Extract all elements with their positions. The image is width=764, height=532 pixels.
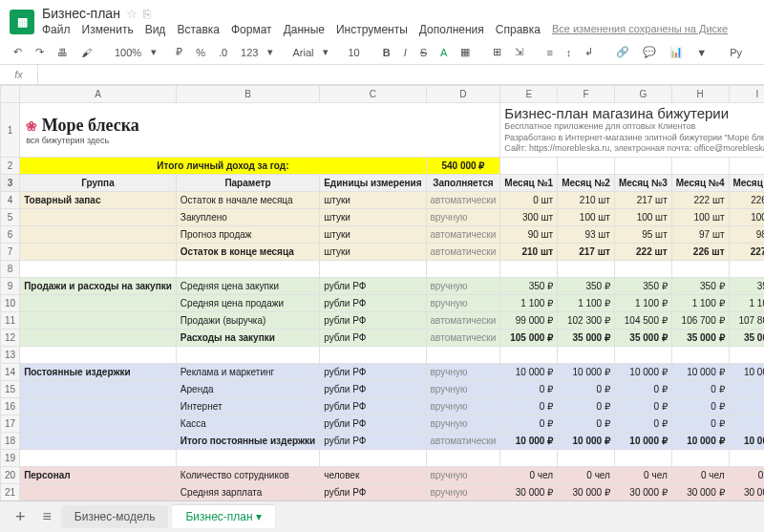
value[interactable]: 30 000 ₽	[729, 484, 764, 501]
value[interactable]: 226 шт	[729, 192, 764, 209]
value[interactable]: 100 шт	[614, 209, 671, 226]
hdr-fill[interactable]: Заполняется	[426, 175, 500, 192]
row-header[interactable]: 1	[1, 103, 20, 158]
row-header[interactable]: 2	[1, 158, 20, 175]
hdr-month[interactable]: Месяц №1	[500, 175, 558, 192]
value[interactable]: 0 ₽	[729, 415, 764, 433]
zoom-select[interactable]: 100%	[111, 45, 145, 60]
group-name[interactable]: Товарный запас	[20, 192, 177, 209]
fill[interactable]: вручную	[426, 415, 500, 433]
value[interactable]: 1 100 ₽	[671, 295, 729, 312]
value[interactable]: 30 000 ₽	[558, 484, 615, 501]
row-header[interactable]: 21	[1, 484, 20, 501]
param[interactable]: Аренда	[176, 381, 319, 398]
menu-Вид[interactable]: Вид	[145, 23, 166, 36]
row-header[interactable]: 10	[1, 295, 20, 312]
value[interactable]: 210 шт	[500, 244, 558, 261]
cell[interactable]	[20, 347, 177, 364]
value[interactable]: 99 000 ₽	[500, 312, 558, 330]
unit[interactable]: рубли РФ	[320, 415, 426, 433]
value[interactable]: 1 100 ₽	[614, 295, 671, 312]
group-name[interactable]	[20, 295, 177, 312]
percent-button[interactable]: %	[192, 45, 209, 60]
value[interactable]: 350 ₽	[614, 278, 671, 295]
value[interactable]: 350 ₽	[558, 278, 615, 295]
group-name[interactable]	[20, 209, 177, 226]
value[interactable]: 226 шт	[671, 244, 729, 261]
income-value[interactable]: 540 000 ₽	[426, 158, 500, 175]
value[interactable]: 0 ₽	[671, 398, 729, 415]
fill[interactable]: автоматически	[426, 226, 500, 244]
value[interactable]: 0 чел	[729, 467, 764, 484]
col-header[interactable]: I	[729, 86, 764, 103]
cell[interactable]	[558, 158, 615, 175]
param[interactable]: Прогноз продаж	[176, 226, 319, 244]
value[interactable]: 30 000 ₽	[500, 484, 558, 501]
fill[interactable]: автоматически	[426, 330, 500, 347]
brand-logo[interactable]: ❀ Море блескався бижутерия здесь	[20, 103, 500, 158]
row-header[interactable]: 13	[1, 347, 20, 364]
cell[interactable]	[426, 347, 500, 364]
value[interactable]: 10 000 ₽	[729, 364, 764, 381]
value[interactable]: 104 500 ₽	[614, 312, 671, 330]
cell[interactable]	[426, 261, 500, 278]
value[interactable]: 0 ₽	[558, 381, 615, 398]
merge-button[interactable]: ⇲	[511, 44, 527, 60]
row-header[interactable]: 20	[1, 467, 20, 484]
strike-button[interactable]: S	[416, 45, 431, 60]
fill[interactable]: вручную	[426, 381, 500, 398]
value[interactable]: 10 000 ₽	[614, 433, 671, 450]
hdr-month[interactable]: Месяц №3	[614, 175, 671, 192]
row-header[interactable]: 17	[1, 415, 20, 433]
value[interactable]: 0 ₽	[729, 381, 764, 398]
col-header[interactable]: G	[614, 86, 671, 103]
value[interactable]: 10 000 ₽	[558, 433, 615, 450]
halign-button[interactable]: ≡	[542, 45, 556, 60]
fill[interactable]: автоматически	[426, 244, 500, 261]
folder-icon[interactable]: ⎘	[143, 7, 151, 21]
unit[interactable]: штуки	[320, 192, 426, 209]
hdr-param[interactable]: Параметр	[176, 175, 319, 192]
cell[interactable]	[729, 450, 764, 467]
cell[interactable]	[558, 347, 615, 364]
value[interactable]: 0 ₽	[500, 398, 558, 415]
param[interactable]: Остаток в конце месяца	[176, 244, 319, 261]
value[interactable]: 30 000 ₽	[671, 484, 729, 501]
value[interactable]: 210 шт	[558, 192, 615, 209]
menu-Справка[interactable]: Справка	[496, 23, 541, 36]
hdr-month[interactable]: Месяц №4	[671, 175, 729, 192]
bp-title-cell[interactable]: Бизнес-план магазина бижутерииБесплатное…	[500, 103, 764, 158]
text-color-button[interactable]: A	[436, 45, 451, 60]
param[interactable]: Интернет	[176, 398, 319, 415]
group-name[interactable]	[20, 226, 177, 244]
row-header[interactable]: 11	[1, 312, 20, 330]
value[interactable]: 0 ₽	[671, 415, 729, 433]
cell[interactable]	[320, 261, 426, 278]
unit[interactable]: рубли РФ	[320, 295, 426, 312]
filter-button[interactable]: ▼	[692, 45, 711, 60]
row-header[interactable]: 6	[1, 226, 20, 244]
italic-button[interactable]: I	[400, 45, 411, 60]
link-button[interactable]: 🔗	[612, 44, 633, 60]
unit[interactable]: штуки	[320, 209, 426, 226]
group-name[interactable]	[20, 244, 177, 261]
value[interactable]: 107 800 ₽	[729, 312, 764, 330]
param[interactable]: Количество сотрудников	[176, 467, 319, 484]
group-name[interactable]: Постоянные издержки	[20, 364, 177, 381]
fill-color-button[interactable]: ▦	[456, 44, 474, 60]
group-name[interactable]	[20, 484, 177, 501]
fill[interactable]: вручную	[426, 364, 500, 381]
value[interactable]: 0 ₽	[614, 381, 671, 398]
value[interactable]: 97 шт	[671, 226, 729, 244]
star-icon[interactable]: ☆	[126, 7, 138, 21]
menu-Файл[interactable]: Файл	[42, 23, 71, 36]
unit[interactable]: рубли РФ	[320, 433, 426, 450]
value[interactable]: 10 000 ₽	[671, 433, 729, 450]
value[interactable]: 0 ₽	[500, 415, 558, 433]
cell[interactable]	[558, 261, 615, 278]
cell[interactable]	[320, 450, 426, 467]
redo-button[interactable]: ↷	[32, 44, 48, 60]
value[interactable]: 0 ₽	[558, 398, 615, 415]
menu-Дополнения[interactable]: Дополнения	[419, 23, 484, 36]
value[interactable]: 100 шт	[558, 209, 615, 226]
